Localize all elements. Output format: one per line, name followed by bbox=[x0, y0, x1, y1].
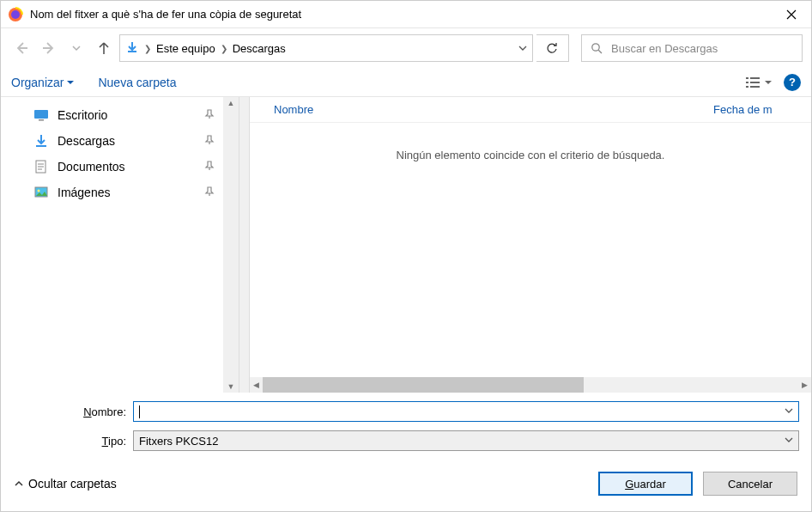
toolbar: Organizar Nueva carpeta ? bbox=[1, 68, 811, 97]
search-placeholder: Buscar en Descargas bbox=[611, 42, 718, 55]
svg-rect-11 bbox=[39, 119, 44, 121]
chevron-down-icon[interactable] bbox=[785, 406, 793, 417]
images-icon bbox=[33, 185, 49, 200]
back-button bbox=[9, 36, 33, 60]
chevron-right-icon: ❯ bbox=[144, 44, 151, 53]
sidebar-item-desktop[interactable]: Escritorio bbox=[1, 102, 239, 128]
footer: Ocultar carpetas Guardar Cancelar bbox=[1, 460, 811, 511]
up-button[interactable] bbox=[92, 36, 116, 60]
desktop-icon bbox=[33, 107, 49, 123]
breadcrumb-current[interactable]: Descargas bbox=[233, 42, 286, 55]
svg-rect-4 bbox=[746, 77, 748, 79]
window-title: Nom del fitxer a què s'ha de fer una còp… bbox=[30, 8, 772, 21]
svg-point-3 bbox=[592, 44, 599, 51]
firefox-icon bbox=[8, 7, 23, 22]
close-button[interactable] bbox=[772, 1, 811, 28]
svg-rect-12 bbox=[36, 145, 46, 147]
splitter[interactable] bbox=[239, 97, 250, 393]
help-button[interactable]: ? bbox=[784, 74, 801, 91]
pin-icon bbox=[204, 161, 215, 174]
column-headers: Nombre Fecha de m bbox=[250, 97, 811, 123]
forward-button bbox=[37, 36, 61, 60]
save-button[interactable]: Guardar bbox=[598, 472, 693, 496]
svg-rect-6 bbox=[746, 82, 748, 83]
view-options[interactable] bbox=[746, 76, 772, 88]
chevron-right-icon: ❯ bbox=[221, 44, 227, 53]
pin-icon bbox=[204, 135, 215, 148]
file-list-area: Nombre Fecha de m Ningún elemento coinci… bbox=[250, 97, 811, 393]
column-date[interactable]: Fecha de m bbox=[713, 103, 773, 116]
chevron-down-icon[interactable] bbox=[785, 436, 793, 446]
svg-rect-10 bbox=[34, 110, 48, 119]
column-name[interactable]: Nombre bbox=[250, 103, 713, 116]
filename-label: Nombre: bbox=[13, 405, 133, 418]
sidebar-item-images[interactable]: Imágenes bbox=[1, 180, 239, 205]
svg-point-15 bbox=[38, 190, 40, 192]
breadcrumb-root[interactable]: Este equipo bbox=[156, 42, 215, 55]
svg-rect-9 bbox=[750, 86, 760, 88]
form-area: Nombre: Tipo: Fitxers PKCS12 bbox=[1, 393, 811, 460]
address-bar[interactable]: ❯ Este equipo ❯ Descargas bbox=[119, 34, 533, 62]
svg-point-1 bbox=[11, 10, 20, 19]
nav-row: ❯ Este equipo ❯ Descargas Buscar en Desc… bbox=[1, 28, 811, 68]
filetype-select[interactable]: Fitxers PKCS12 bbox=[133, 430, 799, 451]
svg-rect-8 bbox=[746, 86, 748, 88]
scroll-left-icon[interactable]: ◀ bbox=[250, 381, 263, 389]
horizontal-scrollbar[interactable]: ◀ ▶ bbox=[250, 377, 811, 393]
filetype-label: Tipo: bbox=[13, 435, 133, 448]
pin-icon bbox=[204, 109, 215, 122]
text-cursor bbox=[139, 405, 140, 418]
sidebar-scrollbar[interactable]: ▲ ▼ bbox=[223, 97, 239, 393]
titlebar: Nom del fitxer a què s'ha de fer una còp… bbox=[1, 1, 811, 28]
sidebar-item-downloads[interactable]: Descargas bbox=[1, 128, 239, 154]
chevron-up-icon bbox=[15, 479, 23, 488]
new-folder-button[interactable]: Nueva carpeta bbox=[98, 76, 176, 89]
search-input[interactable]: Buscar en Descargas bbox=[581, 34, 803, 62]
search-icon bbox=[591, 42, 603, 54]
chevron-down-icon bbox=[765, 79, 772, 86]
scroll-right-icon[interactable]: ▶ bbox=[798, 381, 811, 389]
hide-folders-button[interactable]: Ocultar carpetas bbox=[15, 477, 117, 491]
scroll-thumb[interactable] bbox=[263, 377, 584, 393]
filename-input[interactable] bbox=[133, 401, 799, 422]
refresh-button[interactable] bbox=[536, 34, 569, 62]
organize-menu[interactable]: Organizar bbox=[11, 76, 74, 89]
pin-icon bbox=[204, 186, 215, 199]
documents-icon bbox=[33, 159, 49, 174]
view-icon bbox=[746, 76, 760, 88]
sidebar-item-documents[interactable]: Documentos bbox=[1, 154, 239, 180]
sidebar: Escritorio Descargas Documentos Imágenes… bbox=[1, 97, 239, 393]
cancel-button[interactable]: Cancelar bbox=[703, 472, 797, 496]
chevron-down-icon bbox=[67, 79, 74, 86]
svg-rect-7 bbox=[750, 82, 760, 83]
address-dropdown[interactable] bbox=[518, 42, 527, 55]
scroll-down-icon[interactable]: ▼ bbox=[227, 381, 235, 393]
svg-rect-5 bbox=[750, 77, 760, 79]
downloads-icon bbox=[33, 133, 49, 149]
scroll-up-icon[interactable]: ▲ bbox=[227, 97, 235, 109]
empty-message: Ningún elemento coincide con el criterio… bbox=[250, 123, 811, 162]
downloads-icon bbox=[125, 40, 139, 57]
recent-dropdown[interactable] bbox=[64, 36, 88, 60]
svg-rect-2 bbox=[128, 51, 136, 52]
